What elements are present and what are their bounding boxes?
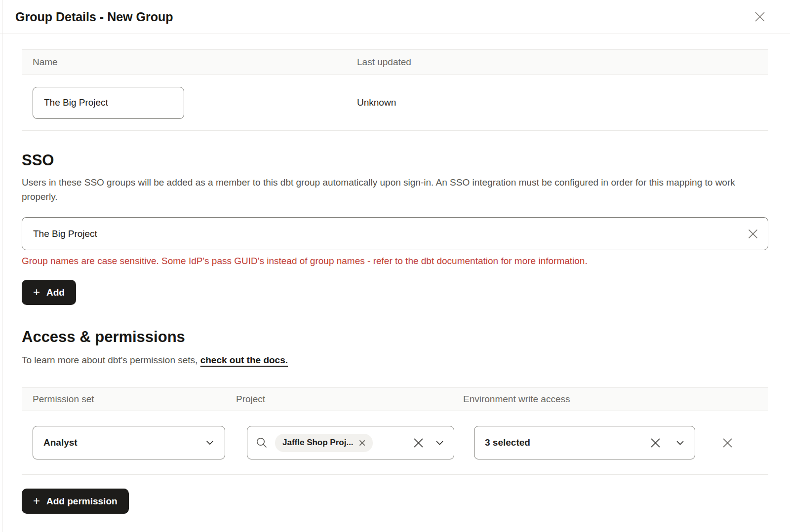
clear-icon [649, 437, 662, 449]
project-chip[interactable]: Jaffle Shop Proj... [275, 434, 373, 452]
project-chip-label: Jaffle Shop Proj... [282, 438, 354, 448]
group-details-drawer: Group Details - New Group Name Last upda… [0, 0, 790, 532]
project-multiselect[interactable]: Jaffle Shop Proj... [247, 426, 454, 459]
docs-link[interactable]: check out the docs. [200, 355, 288, 365]
row-delete-icon [721, 436, 734, 450]
close-icon [753, 10, 767, 24]
plus-icon: + [33, 495, 40, 507]
drawer-left-edge [2, 0, 2, 532]
sso-group-input[interactable] [22, 217, 768, 250]
close-button[interactable] [753, 10, 767, 24]
add-button-label: Add [46, 287, 65, 298]
sso-warning-text: Group names are case sensitive. Some IdP… [22, 256, 768, 266]
sso-heading: SSO [22, 152, 768, 169]
search-icon [255, 436, 268, 449]
permissions-table: Permission set Project Environment write… [22, 387, 768, 475]
column-header-environment-write-access: Environment write access [463, 394, 570, 405]
chevron-down-icon[interactable] [435, 440, 444, 446]
chevron-down-icon[interactable] [676, 440, 684, 446]
last-updated-value: Unknown [357, 97, 396, 108]
sso-description: Users in these SSO groups will be added … [22, 175, 748, 204]
clear-icon [412, 437, 425, 449]
sso-group-field [22, 217, 768, 250]
modal-header: Group Details - New Group [0, 0, 790, 34]
permissions-table-header: Permission set Project Environment write… [22, 387, 768, 411]
permission-row: Analyst Jaffle Shop Proj... [22, 411, 768, 475]
access-permissions-heading: Access & permissions [22, 328, 768, 346]
project-clear-button[interactable] [412, 437, 425, 449]
sso-group-clear-button[interactable] [747, 228, 759, 240]
plus-icon: + [33, 286, 40, 298]
group-info-table-header: Name Last updated [22, 49, 768, 75]
permissions-description-text: To learn more about dbt's permission set… [22, 355, 200, 365]
add-permission-button[interactable]: + Add permission [22, 489, 129, 514]
group-name-input[interactable] [33, 87, 184, 119]
environment-write-access-value: 3 selected [485, 437, 649, 448]
delete-permission-row-button[interactable] [721, 436, 734, 450]
permissions-description: To learn more about dbt's permission set… [22, 355, 768, 366]
column-header-name: Name [22, 57, 357, 68]
chip-remove-icon[interactable] [359, 440, 365, 446]
group-info-table: Name Last updated Unknown [22, 49, 768, 131]
permission-set-value: Analyst [43, 437, 78, 448]
chevron-down-icon [205, 440, 214, 446]
environment-write-access-select[interactable]: 3 selected [474, 426, 695, 459]
add-permission-button-label: Add permission [46, 496, 118, 507]
clear-icon [747, 228, 759, 240]
column-header-last-updated: Last updated [357, 57, 411, 68]
column-header-permission-set: Permission set [22, 394, 236, 405]
group-info-table-row: Unknown [22, 75, 768, 131]
permission-set-select[interactable]: Analyst [33, 426, 225, 459]
add-sso-group-button[interactable]: + Add [22, 280, 76, 305]
column-header-project: Project [236, 394, 463, 405]
modal-title: Group Details - New Group [15, 10, 173, 24]
environment-clear-button[interactable] [649, 437, 662, 449]
